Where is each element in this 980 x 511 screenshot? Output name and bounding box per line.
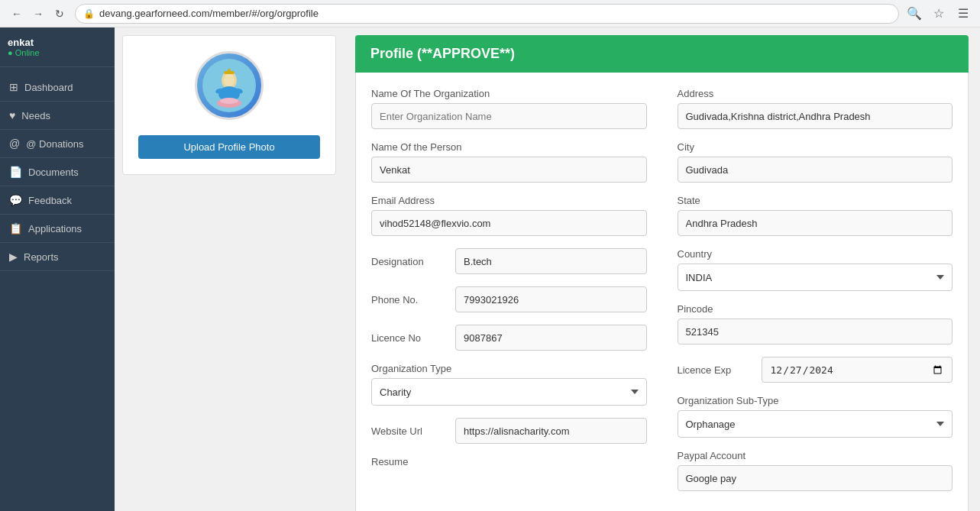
browser-chrome: ← → ↻ 🔒 devang.gearforneed.com/member/#/… [0, 0, 980, 27]
country-group: Country INDIA USA UK Australia [678, 248, 953, 291]
form-columns: Name Of The Organization Name Of the Per… [371, 88, 953, 503]
menu-icon[interactable]: ☰ [954, 5, 972, 23]
sidebar-item-applications[interactable]: 📋 Applications [0, 215, 115, 243]
sidebar-item-needs[interactable]: ♥ Needs [0, 102, 115, 130]
sidebar-item-reports[interactable]: ▶ Reports [0, 243, 115, 271]
sidebar-label-feedback: Feedback [28, 195, 72, 206]
sidebar-status: ● Online [8, 48, 107, 57]
state-input[interactable] [678, 210, 953, 236]
feedback-icon: 💬 [9, 194, 22, 206]
form-panel: Profile (**APPROVE**) Name Of The Organi… [344, 27, 980, 511]
profile-title: Profile (**APPROVE**) [370, 46, 515, 61]
person-name-label: Name Of the Person [371, 141, 647, 153]
website-label: Website Url [371, 425, 448, 437]
search-icon[interactable]: 🔍 [905, 5, 923, 23]
paypal-input[interactable] [678, 465, 953, 491]
state-label: State [678, 195, 953, 206]
licence-no-input[interactable] [455, 325, 647, 351]
pincode-label: Pincode [678, 303, 953, 315]
website-group: Website Url [371, 418, 647, 444]
pincode-group: Pincode [678, 303, 953, 344]
city-label: City [678, 141, 953, 153]
website-input[interactable] [455, 418, 647, 444]
main-content: Upload Profile Photo Profile (**APPROVE*… [115, 27, 980, 511]
licence-exp-input[interactable] [762, 357, 953, 383]
dashboard-icon: ⊞ [9, 81, 18, 93]
person-name-group: Name Of the Person [371, 141, 647, 183]
address-label: Address [678, 88, 953, 99]
refresh-button[interactable]: ↻ [50, 5, 69, 23]
browser-toolbar: 🔍 ☆ ☰ [905, 5, 972, 23]
applications-icon: 📋 [9, 222, 22, 234]
email-group: Email Address [371, 195, 647, 236]
address-group: Address [678, 88, 953, 129]
phone-input[interactable] [455, 286, 647, 312]
profile-header: Profile (**APPROVE**) [355, 35, 969, 73]
sidebar-item-dashboard[interactable]: ⊞ Dashboard [0, 73, 115, 102]
designation-group: Designation [371, 248, 647, 274]
sidebar-label-donations: @ Donations [26, 138, 83, 150]
sidebar-label-documents: Documents [28, 167, 79, 178]
sidebar-item-feedback[interactable]: 💬 Feedback [0, 186, 115, 215]
security-icon: 🔒 [83, 8, 95, 19]
reports-icon: ▶ [9, 251, 18, 263]
app-container: enkat ● Online ⊞ Dashboard ♥ Needs @ @ D… [0, 27, 980, 511]
status-dot: ● [8, 48, 15, 57]
org-subtype-label: Organization Sub-Type [678, 395, 953, 406]
country-select[interactable]: INDIA USA UK Australia [678, 264, 953, 291]
sidebar-nav: ⊞ Dashboard ♥ Needs @ @ Donations 📄 Docu… [0, 67, 115, 277]
resume-group: Resume [371, 456, 647, 467]
sidebar-label-reports: Reports [24, 251, 59, 263]
documents-icon: 📄 [9, 166, 22, 178]
address-input[interactable] [678, 103, 953, 129]
email-input[interactable] [371, 210, 647, 236]
person-name-input[interactable] [371, 157, 647, 183]
licence-exp-label: Licence Exp [678, 364, 754, 376]
org-name-group: Name Of The Organization [371, 88, 647, 129]
profile-form-body: Name Of The Organization Name Of the Per… [355, 73, 969, 511]
address-bar[interactable]: 🔒 devang.gearforneed.com/member/#/org/or… [75, 4, 899, 24]
forward-button[interactable]: → [29, 5, 47, 23]
sidebar-item-documents[interactable]: 📄 Documents [0, 158, 115, 186]
sidebar-label-applications: Applications [28, 223, 82, 234]
needs-icon: ♥ [9, 109, 15, 121]
licence-no-label: Licence No [371, 332, 448, 344]
licence-exp-group: Licence Exp [678, 357, 953, 383]
svg-point-9 [220, 98, 238, 104]
profile-photo [195, 51, 264, 120]
phone-group: Phone No. [371, 286, 647, 312]
phone-label: Phone No. [371, 294, 448, 306]
back-button[interactable]: ← [8, 5, 26, 23]
sidebar-user-info: enkat ● Online [0, 27, 115, 67]
url-text: devang.gearforneed.com/member/#/org/orgp… [99, 8, 319, 19]
pincode-input[interactable] [678, 319, 953, 344]
org-type-select[interactable]: Charity NGO Trust Society [371, 378, 647, 406]
photo-panel: Upload Profile Photo [122, 35, 336, 175]
donations-icon: @ [9, 137, 20, 150]
sidebar-item-donations[interactable]: @ @ Donations [0, 130, 115, 158]
upload-photo-button[interactable]: Upload Profile Photo [138, 135, 320, 159]
form-left-column: Name Of The Organization Name Of the Per… [371, 88, 647, 503]
org-type-group: Organization Type Charity NGO Trust Soci… [371, 363, 647, 406]
city-input[interactable] [678, 157, 953, 183]
paypal-group: Paypal Account [678, 450, 953, 491]
org-name-input[interactable] [371, 103, 647, 129]
state-group: State [678, 195, 953, 236]
resume-label: Resume [371, 456, 647, 467]
org-type-label: Organization Type [371, 363, 647, 374]
profile-avatar-image [202, 59, 256, 112]
org-subtype-group: Organization Sub-Type Orphanage School H… [678, 395, 953, 438]
sidebar: enkat ● Online ⊞ Dashboard ♥ Needs @ @ D… [0, 27, 115, 511]
designation-input[interactable] [455, 248, 647, 274]
sidebar-label-needs: Needs [21, 110, 50, 121]
sidebar-username: enkat [8, 37, 107, 48]
designation-label: Designation [371, 256, 448, 267]
licence-no-group: Licence No [371, 325, 647, 351]
org-subtype-select[interactable]: Orphanage School Hospital Food Bank [678, 410, 953, 438]
bookmark-icon[interactable]: ☆ [930, 5, 948, 23]
email-label: Email Address [371, 195, 647, 206]
city-group: City [678, 141, 953, 183]
form-right-column: Address City State Country [678, 88, 953, 503]
sidebar-label-dashboard: Dashboard [24, 82, 73, 93]
nav-buttons: ← → ↻ [8, 5, 69, 23]
